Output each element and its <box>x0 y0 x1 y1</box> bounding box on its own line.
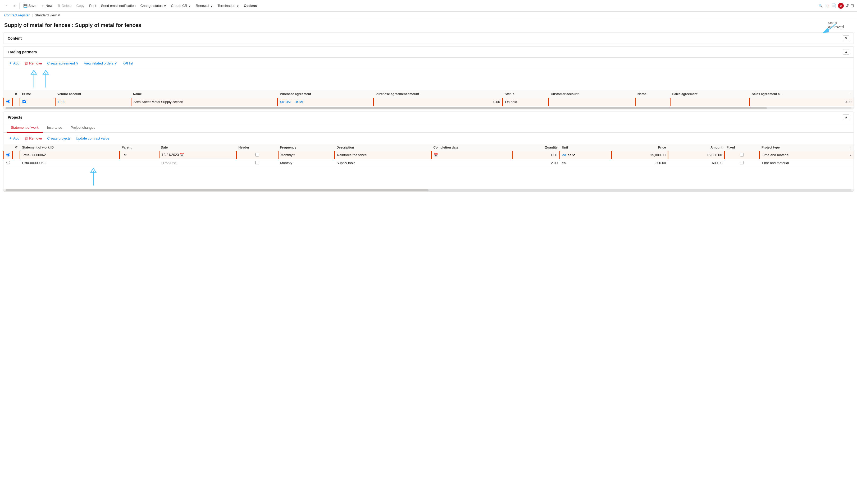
search-icon: 🔍 <box>818 4 823 8</box>
refresh-icon[interactable]: ↺ <box>15 92 17 96</box>
proj-row1-parent <box>120 151 159 159</box>
proj-row1-unit-value[interactable]: ea <box>562 153 566 157</box>
proj-th-parent: Parent <box>120 144 159 151</box>
status-value: Approved <box>828 25 844 29</box>
proj-add-button[interactable]: ＋ Add <box>6 135 21 142</box>
tab-insurance[interactable]: Insurance <box>43 123 66 133</box>
proj-row1-calendar-icon[interactable]: 📅 <box>180 153 184 157</box>
projects-header[interactable]: Projects ∧ <box>3 112 854 123</box>
tab-project-changes[interactable]: Project changes <box>66 123 99 133</box>
proj-row2-sow-id: Psta-00000068 <box>20 159 120 167</box>
content-section-title: Content <box>8 36 22 40</box>
proj-row2-header <box>236 159 278 167</box>
proj-row1-unit-dropdown[interactable]: ea <box>567 153 576 157</box>
proj-th-unit: Unit <box>560 144 611 151</box>
row-pa-entity[interactable]: USMF <box>295 100 304 104</box>
tp-create-agreement-button[interactable]: Create agreement ∨ <box>45 60 81 66</box>
proj-th-sow-id: Statement of work ID <box>20 144 120 151</box>
projects-collapse-btn[interactable]: ∧ <box>843 115 849 120</box>
menu-button[interactable]: ≡ <box>11 3 18 9</box>
proj-th-menu-icon[interactable]: ⋮ <box>849 146 852 149</box>
content-section-header[interactable]: Content ∨ <box>3 33 854 44</box>
projects-table-container: ↺ Statement of work ID Parent Date Heade… <box>3 144 854 188</box>
notification-count: 0 <box>840 4 842 7</box>
proj-create-projects-button[interactable]: Create projects <box>45 135 73 141</box>
row-radio[interactable] <box>6 100 10 103</box>
menu-icon: ≡ <box>14 4 16 8</box>
proj-row1-fixed-checkbox[interactable] <box>740 153 744 156</box>
tp-remove-button[interactable]: 🗑 Remove <box>22 60 44 66</box>
proj-row1-completion-calendar[interactable]: 📅 <box>434 153 438 157</box>
row-pa-link[interactable]: 001351 <box>280 100 291 104</box>
view-selector[interactable]: Standard view ∨ <box>35 13 60 17</box>
proj-row2-header-checkbox[interactable] <box>255 161 259 164</box>
proj-row1-radio[interactable] <box>6 153 10 156</box>
window-icon[interactable]: ⊡ <box>851 3 854 8</box>
tp-scrollbar[interactable] <box>3 107 854 109</box>
th-prime: Prime <box>20 90 55 98</box>
renewal-chevron: ∨ <box>210 4 213 8</box>
proj-th-description: Description <box>334 144 431 151</box>
proj-update-contract-button[interactable]: Update contract value <box>74 135 111 141</box>
proj-scrollbar[interactable] <box>3 189 854 191</box>
proj-row2-quantity: 2.00 <box>512 159 560 167</box>
proj-refresh-icon[interactable]: ↺ <box>15 145 17 149</box>
proj-row2-radio[interactable] <box>6 161 10 164</box>
proj-row2-fixed-checkbox[interactable] <box>740 161 744 164</box>
renewal-button[interactable]: Renewal ∨ <box>194 3 215 9</box>
th-name2: Name <box>635 90 670 98</box>
change-status-button[interactable]: Change status ∨ <box>138 3 168 9</box>
th-sales-agreement: Sales agreement <box>670 90 750 98</box>
row-sa-amount: 0.00 <box>750 98 854 106</box>
proj-row1-description: Reinforce the fence <box>334 151 431 159</box>
search-button[interactable]: 🔍 <box>816 3 825 9</box>
content-section: Content ∨ <box>3 33 854 44</box>
row-vendor-account[interactable]: 1002 <box>55 98 131 106</box>
options-button[interactable]: Options <box>242 3 259 9</box>
proj-remove-label: Remove <box>29 136 42 140</box>
th-sa-menu-icon[interactable]: ⋮ <box>849 92 852 95</box>
create-cr-button[interactable]: Create CR ∨ <box>169 3 193 9</box>
proj-row1-parent-dropdown[interactable] <box>122 153 127 157</box>
proj-row1-freq-chevron[interactable]: ∨ <box>293 154 295 156</box>
termination-button[interactable]: Termination ∨ <box>216 3 241 9</box>
row-prime-checkbox[interactable] <box>22 100 26 103</box>
trading-partners-header[interactable]: Trading partners ∧ <box>3 47 854 58</box>
notification-badge[interactable]: 0 <box>838 3 844 9</box>
tp-view-related-orders-button[interactable]: View related orders ∨ <box>82 60 119 66</box>
proj-row1-refresh <box>13 151 20 159</box>
tp-remove-icon: 🗑 <box>24 61 28 65</box>
proj-row2-fixed <box>724 159 759 167</box>
back-button[interactable]: ← <box>3 3 11 9</box>
trading-partners-collapse-btn[interactable]: ∧ <box>843 49 849 55</box>
save-button[interactable]: 💾 Save <box>21 3 39 9</box>
proj-row1-header-checkbox[interactable] <box>255 153 259 156</box>
proj-row1-date-value: 12/21/2023 <box>162 153 179 157</box>
proj-row-2: Psta-00000068 11/6/2023 Monthly Supply t… <box>4 159 854 167</box>
tp-scrollbar-thumb <box>5 107 767 109</box>
new-button[interactable]: ＋ New <box>39 2 54 9</box>
proj-row1-price: 15,000.00 <box>611 151 668 159</box>
termination-chevron: ∨ <box>236 4 239 8</box>
proj-row-1: Psta-00000062 12/21/2023 📅 <box>4 151 854 159</box>
proj-row1-type-chevron[interactable]: ∨ <box>850 154 852 156</box>
row-radio-cell <box>4 98 13 106</box>
refresh-icon[interactable]: ↺ <box>845 3 849 8</box>
breadcrumb-separator: | <box>32 13 33 17</box>
tp-kpi-list-button[interactable]: KPI list <box>120 60 135 66</box>
send-email-button[interactable]: Send email notification <box>99 3 138 9</box>
change-status-chevron: ∨ <box>164 4 166 8</box>
tab-sow-label: Statement of work <box>11 125 39 129</box>
copy-button[interactable]: Copy <box>74 3 86 9</box>
row-pa-amount: 0.00 <box>373 98 503 106</box>
proj-row1-freq-value: Monthly <box>281 153 293 157</box>
delete-label: Delete <box>62 4 72 8</box>
row-pa-cell: 001351 USMF <box>278 98 373 106</box>
breadcrumb-link[interactable]: Contract register <box>4 13 30 17</box>
tab-statement-of-work[interactable]: Statement of work <box>6 123 43 133</box>
tp-add-button[interactable]: ＋ Add <box>6 60 21 67</box>
options-label: Options <box>244 4 257 8</box>
print-button[interactable]: Print <box>87 3 98 9</box>
delete-button[interactable]: 🗑 Delete <box>55 3 74 9</box>
proj-remove-button[interactable]: 🗑 Remove <box>22 135 44 141</box>
